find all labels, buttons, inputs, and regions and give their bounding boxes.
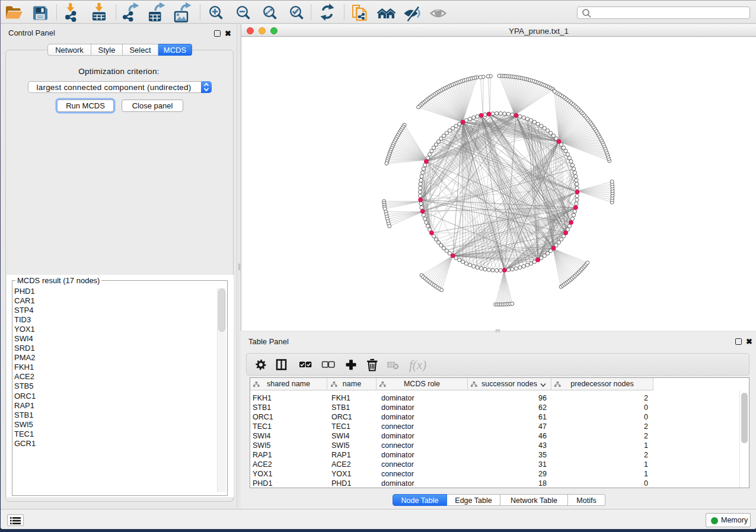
- svg-text:f(x): f(x): [409, 358, 426, 372]
